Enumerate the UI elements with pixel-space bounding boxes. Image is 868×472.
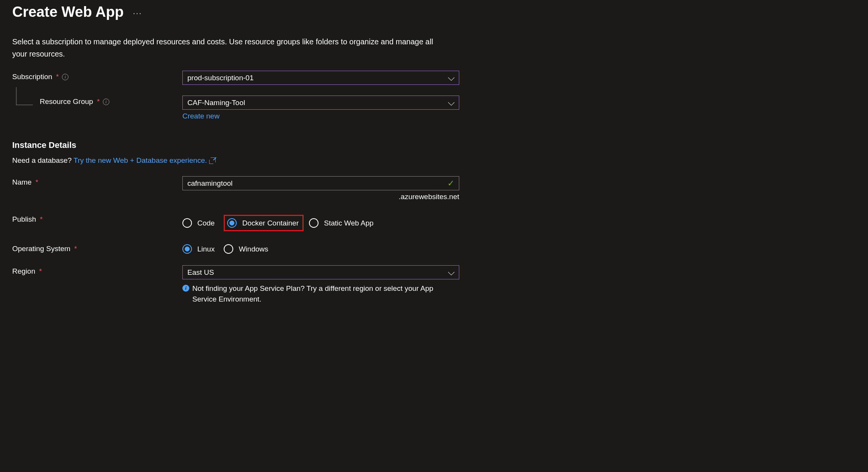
publish-option-docker: Docker Container: [242, 219, 299, 227]
os-radio-linux[interactable]: [182, 244, 192, 254]
db-prompt-text: Need a database?: [12, 156, 72, 164]
info-hint-icon: i: [182, 285, 189, 292]
region-select[interactable]: East US: [182, 265, 459, 279]
required-asterisk: *: [56, 73, 59, 81]
instance-details-heading: Instance Details: [12, 140, 561, 150]
required-asterisk: *: [40, 215, 42, 224]
name-input[interactable]: cafnamingtool ✓: [182, 176, 459, 190]
chevron-down-icon: [448, 271, 454, 274]
required-asterisk: *: [74, 245, 77, 253]
info-icon[interactable]: i: [103, 99, 109, 105]
highlight-docker: Docker Container: [224, 215, 304, 231]
os-option-windows: Windows: [239, 245, 268, 253]
check-icon: ✓: [447, 178, 454, 188]
publish-radio-docker[interactable]: [227, 218, 237, 228]
required-asterisk: *: [36, 178, 38, 187]
publish-radio-static[interactable]: [309, 218, 319, 228]
db-experience-link[interactable]: Try the new Web + Database experience.: [73, 156, 215, 164]
publish-option-static: Static Web App: [324, 219, 374, 227]
os-radio-windows[interactable]: [224, 244, 233, 254]
os-option-linux: Linux: [197, 245, 215, 253]
region-value: East US: [187, 268, 214, 277]
page-title: Create Web App: [12, 4, 124, 20]
publish-radio-code[interactable]: [182, 218, 192, 228]
intro-text: Select a subscription to manage deployed…: [12, 36, 437, 60]
db-experience-link-text: Try the new Web + Database experience.: [73, 156, 207, 164]
publish-option-code: Code: [197, 219, 215, 227]
create-new-link[interactable]: Create new: [182, 112, 219, 120]
name-value: cafnamingtool: [187, 179, 232, 188]
os-label: Operating System: [12, 245, 70, 253]
chevron-down-icon: [448, 101, 454, 105]
tree-connector: [12, 96, 40, 110]
subscription-select[interactable]: prod-subscription-01: [182, 71, 459, 85]
name-suffix: .azurewebsites.net: [182, 193, 459, 201]
subscription-label: Subscription: [12, 73, 52, 81]
chevron-down-icon: [448, 76, 454, 80]
required-asterisk: *: [97, 97, 99, 106]
publish-label: Publish: [12, 215, 36, 224]
external-link-icon: [211, 157, 216, 162]
resource-group-select[interactable]: CAF-Naming-Tool: [182, 96, 459, 110]
resource-group-label: Resource Group: [40, 97, 93, 106]
resource-group-value: CAF-Naming-Tool: [187, 99, 245, 107]
required-asterisk: *: [39, 267, 42, 276]
name-label: Name: [12, 178, 32, 187]
info-icon[interactable]: i: [62, 74, 68, 80]
more-icon[interactable]: ···: [133, 6, 142, 18]
region-label: Region: [12, 267, 35, 276]
region-hint-text: Not finding your App Service Plan? Try a…: [192, 283, 459, 304]
subscription-value: prod-subscription-01: [187, 74, 254, 82]
